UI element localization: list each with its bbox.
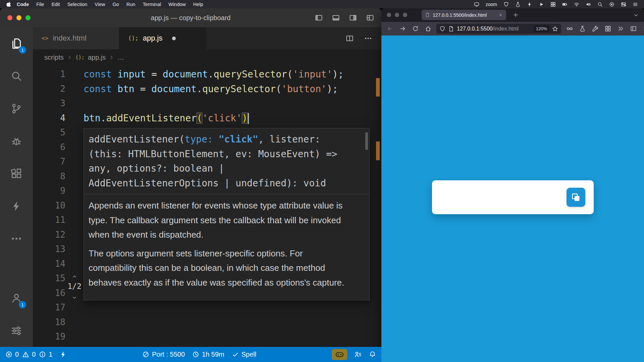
breadcrumb[interactable]: scripts (); app.js … [33, 49, 381, 66]
devtools-icon[interactable] [589, 24, 601, 34]
url-text[interactable]: 127.0.0.1:5500/index.html [457, 26, 531, 32]
tab-list-chevron-icon[interactable] [633, 12, 639, 18]
back-button[interactable] [384, 24, 395, 34]
maximize-window-button[interactable] [403, 13, 407, 17]
close-window-button[interactable] [387, 13, 391, 17]
record-menubar-icon[interactable] [609, 2, 614, 7]
menubar-item-code[interactable]: Code [13, 2, 33, 7]
search-menubar-icon[interactable] [597, 2, 603, 7]
modified-indicator[interactable] [172, 37, 176, 40]
menubar-item-window[interactable]: Window [165, 2, 190, 7]
editor-tab-index.html[interactable]: <>index.html [33, 27, 119, 49]
home-button[interactable] [422, 24, 434, 34]
accounts-icon[interactable]: 1 [0, 282, 33, 314]
accounts-status[interactable] [355, 351, 362, 358]
firefox-window: 127.0.0.1:5500/index.html 127.0.0.1:5500… [381, 8, 644, 362]
new-tab-button[interactable] [513, 12, 519, 18]
source-control-icon[interactable] [0, 92, 33, 125]
site-info-icon[interactable] [448, 26, 454, 32]
overflow-chevrons-icon[interactable] [615, 24, 626, 34]
reload-button[interactable] [410, 24, 421, 34]
toggle-menubar-icon[interactable] [621, 2, 626, 7]
next-signature-button[interactable] [71, 295, 78, 300]
accounts-badge: 1 [19, 301, 26, 308]
settings-icon[interactable] [0, 314, 33, 347]
code-line-19[interactable]: 19 [33, 329, 381, 344]
url-bar[interactable]: 127.0.0.1:5500/index.html 120% [436, 24, 561, 34]
bolt-menubar-icon[interactable] [527, 2, 532, 7]
more-actions-icon[interactable] [364, 35, 372, 42]
menubar-item-terminal[interactable]: Terminal [139, 2, 165, 7]
menubar-item-help[interactable]: Help [190, 2, 207, 7]
extensions-grid-icon[interactable] [602, 24, 613, 34]
minimize-window-button[interactable] [16, 15, 21, 20]
problems-indicator[interactable]: 0 0 1 [5, 351, 52, 358]
customize-layout-icon[interactable] [366, 14, 374, 22]
menubar-item-go[interactable]: Go [109, 2, 122, 7]
beaker-menubar-icon[interactable] [515, 2, 521, 7]
tracking-protection-icon[interactable] [439, 26, 445, 32]
browser-tab[interactable]: 127.0.0.1:5500/index.html [422, 10, 506, 20]
apple-menu-icon[interactable] [6, 1, 11, 7]
line-number: 10 [33, 198, 84, 213]
code-line-18[interactable]: 18 [33, 315, 381, 330]
code-line-4[interactable]: 4btn.addEventListener('click') [33, 111, 381, 126]
breadcrumb-symbol[interactable]: … [117, 54, 124, 61]
volume-menubar-icon[interactable] [586, 2, 591, 7]
shield-menubar-icon[interactable] [503, 2, 509, 7]
menubar-item-file[interactable]: File [33, 2, 48, 7]
extension-beaker-icon[interactable] [577, 24, 588, 34]
sync-extension-icon[interactable] [564, 24, 575, 34]
burger-menubar-icon[interactable] [633, 2, 638, 7]
text-input[interactable] [432, 180, 562, 214]
app-menu-icon[interactable] [640, 24, 644, 34]
code-editor[interactable]: 1const input = document.querySelector('i… [33, 66, 381, 347]
spell-checker[interactable]: Spell [232, 351, 256, 358]
menubar-item-view[interactable]: View [91, 2, 109, 7]
quick-fix-indicator[interactable] [60, 351, 67, 358]
toggle-secondary-sidebar-icon[interactable] [349, 14, 357, 22]
menubar-item-selection[interactable]: Selection [64, 2, 91, 7]
tab-close-icon[interactable] [498, 13, 503, 17]
toggle-panel-icon[interactable] [332, 14, 340, 22]
vscode-titlebar[interactable]: app.js — copy-to-clipboard [0, 8, 381, 27]
toggle-sidebar-icon[interactable] [315, 14, 323, 22]
thunder-client-icon[interactable] [0, 190, 33, 222]
code-line-1[interactable]: 1const input = document.querySelector('i… [33, 67, 381, 82]
menubar-item-run[interactable]: Run [123, 2, 139, 7]
screen-mirroring-icon[interactable] [474, 2, 479, 7]
split-editor-icon[interactable] [346, 35, 354, 42]
bookmark-star-icon[interactable] [552, 26, 558, 32]
notifications-bell[interactable] [369, 351, 376, 358]
explorer-icon[interactable]: 1 [0, 27, 33, 60]
extensions-icon[interactable] [0, 157, 33, 190]
editor-tab-app.js[interactable]: ();app.js [119, 27, 206, 49]
breadcrumb-folder[interactable]: scripts [44, 54, 64, 61]
more-views-icon[interactable] [0, 222, 33, 255]
copy-button[interactable] [567, 188, 585, 207]
prev-signature-button[interactable] [71, 274, 78, 279]
maximize-window-button[interactable] [25, 15, 31, 20]
battery-menubar-icon[interactable] [562, 2, 568, 7]
minimize-window-button[interactable] [395, 13, 399, 17]
close-window-button[interactable] [7, 15, 12, 20]
wifi-menubar-icon[interactable] [574, 2, 579, 7]
live-server-port[interactable]: Port : 5500 [142, 351, 185, 358]
code-line-17[interactable]: 17 [33, 300, 381, 315]
line-number: 8 [33, 169, 84, 184]
grid-menubar-icon[interactable] [550, 2, 556, 7]
zoom-level-badge[interactable]: 120% [534, 25, 549, 32]
menubar-item-edit[interactable]: Edit [48, 2, 64, 7]
search-view-icon[interactable] [0, 60, 33, 92]
zoom-app-label[interactable]: zoom [486, 2, 497, 7]
popup-scrollbar[interactable] [365, 132, 368, 150]
breadcrumb-file[interactable]: app.js [88, 54, 106, 61]
code-line-2[interactable]: 2const btn = document.querySelector('but… [33, 82, 381, 97]
run-debug-icon[interactable] [0, 125, 33, 157]
time-tracker[interactable]: 1h 59m [192, 351, 224, 358]
copilot-button[interactable] [332, 349, 347, 360]
sidebar-toggle-icon[interactable] [628, 24, 639, 34]
code-line-3[interactable]: 3 [33, 96, 381, 111]
forward-button[interactable] [397, 24, 408, 34]
play-menubar-icon[interactable] [539, 2, 544, 7]
